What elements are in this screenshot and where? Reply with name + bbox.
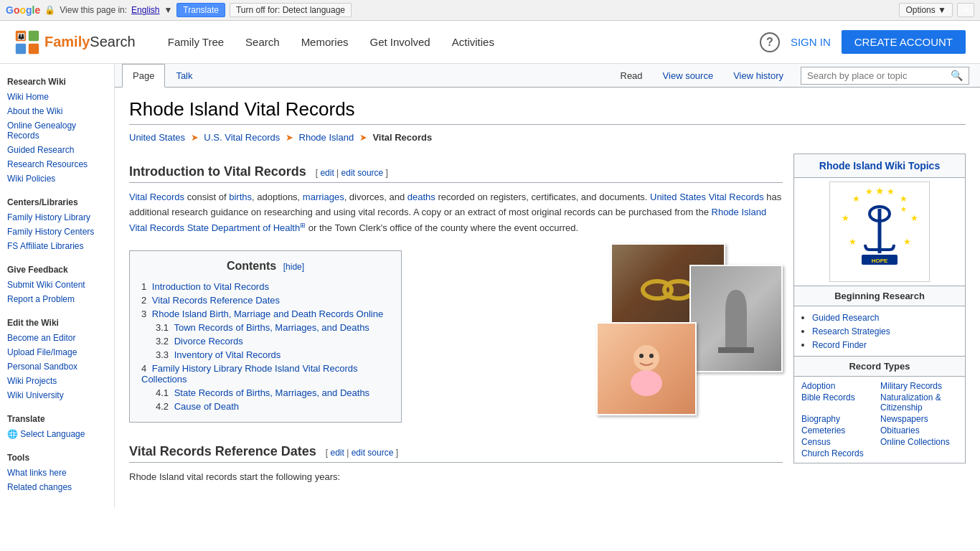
ref-dates-edit-source-link[interactable]: edit source — [352, 448, 394, 458]
contents-link-1[interactable]: Introduction to Vital Records — [152, 281, 269, 292]
create-account-button[interactable]: CREATE ACCOUNT — [842, 30, 966, 54]
record-finder-link[interactable]: Record Finder — [812, 340, 867, 350]
intro-edit-link[interactable]: edit — [320, 168, 334, 178]
tab-talk[interactable]: Talk — [165, 64, 203, 88]
contents-hide[interactable]: [hide] — [283, 262, 304, 272]
search-input[interactable] — [804, 69, 948, 83]
lock-icon: 🔒 — [44, 5, 55, 15]
svg-text:★: ★ — [900, 194, 908, 204]
contents-link-3-3[interactable]: Inventory of Vital Records — [174, 349, 281, 360]
sidebar-item-about-wiki[interactable]: About the Wiki — [0, 104, 114, 118]
naturalization-link[interactable]: Naturalization & Citizenship — [880, 392, 958, 413]
nav-memories[interactable]: Memories — [291, 21, 359, 64]
breadcrumb-us[interactable]: United States — [129, 132, 185, 143]
breadcrumb-arrow-1: ➤ — [191, 132, 199, 143]
search-button[interactable]: 🔍 — [948, 70, 966, 81]
sidebar-item-family-history-library[interactable]: Family History Library — [0, 210, 114, 225]
sidebar-item-become-editor[interactable]: Become an Editor — [0, 331, 114, 345]
sidebar-item-related-changes[interactable]: Related changes — [0, 480, 114, 494]
sidebar-title-research-wiki: Research Wiki — [0, 71, 114, 90]
sidebar-item-research-resources[interactable]: Research Resources — [0, 157, 114, 171]
newspapers-link[interactable]: Newspapers — [880, 414, 958, 424]
sidebar-item-upload-file[interactable]: Upload File/Image — [0, 345, 114, 359]
vital-records-link[interactable]: Vital Records — [129, 192, 184, 202]
tab-action-read[interactable]: Read — [611, 65, 653, 87]
tab-action-view-history[interactable]: View history — [723, 65, 793, 87]
breadcrumb-us-vital[interactable]: U.S. Vital Records — [204, 132, 280, 143]
options-button[interactable]: Options ▼ — [899, 3, 953, 17]
biography-link[interactable]: Biography — [801, 414, 879, 424]
google-logo: Google — [6, 4, 40, 16]
sidebar-item-submit-wiki[interactable]: Submit Wiki Content — [0, 278, 114, 292]
svg-point-6 — [664, 281, 693, 298]
research-strategies-link[interactable]: Research Strategies — [812, 326, 890, 336]
beginning-research-list: Guided Research Research Strategies Reco… — [794, 306, 965, 356]
military-records-link[interactable]: Military Records — [880, 381, 958, 391]
church-records-link[interactable]: Church Records — [801, 448, 879, 458]
bible-records-link[interactable]: Bible Records — [801, 392, 879, 413]
list-item: Research Strategies — [812, 324, 958, 338]
obituaries-link[interactable]: Obituaries — [880, 425, 958, 435]
nav-activities[interactable]: Activities — [441, 21, 505, 64]
nav-search[interactable]: Search — [235, 21, 291, 64]
main-text: Introduction to Vital Records [ edit | e… — [129, 154, 783, 485]
tab-bar: Page Talk Read View source View history … — [115, 64, 980, 88]
census-link[interactable]: Census — [801, 437, 879, 447]
ri-dept-health-link[interactable]: Rhode Island Vital Records State Departm… — [129, 207, 766, 233]
tab-page[interactable]: Page — [122, 64, 165, 88]
contents-link-3-2[interactable]: Divorce Records — [174, 336, 243, 347]
turn-off-button[interactable]: Turn off for: Detect language — [230, 3, 352, 17]
sidebar-item-wiki-home[interactable]: Wiki Home — [0, 90, 114, 104]
births-link[interactable]: births — [229, 192, 252, 202]
sidebar-item-personal-sandbox[interactable]: Personal Sandbox — [0, 359, 114, 374]
logo[interactable]: 👨‍👩‍👦 FamilySearch — [14, 29, 136, 55]
wiki-sidebar: Rhode Island Wiki Topics ★ ★ ★ ★ ★ — [793, 154, 966, 485]
sidebar-item-wiki-projects[interactable]: Wiki Projects — [0, 374, 114, 388]
nav-get-involved[interactable]: Get Involved — [359, 21, 440, 64]
sidebar-item-wiki-policies[interactable]: Wiki Policies — [0, 171, 114, 186]
breadcrumb: United States ➤ U.S. Vital Records ➤ Rho… — [129, 132, 966, 143]
close-translate-button[interactable]: ✕ — [957, 3, 974, 17]
nav-family-tree[interactable]: Family Tree — [157, 21, 235, 64]
tab-action-view-source[interactable]: View source — [653, 65, 724, 87]
sidebar-item-guided-research[interactable]: Guided Research — [0, 143, 114, 157]
ref-dates-edit-link[interactable]: edit — [330, 448, 344, 458]
list-item: 3.2 Divorce Records — [156, 334, 390, 348]
sidebar-item-wiki-university[interactable]: Wiki University — [0, 388, 114, 402]
deaths-link[interactable]: deaths — [407, 192, 435, 202]
sign-in-button[interactable]: SIGN IN — [791, 36, 831, 48]
cemeteries-link[interactable]: Cemeteries — [801, 425, 879, 435]
guided-research-link[interactable]: Guided Research — [812, 313, 879, 323]
contents-link-4[interactable]: Family History Library Rhode Island Vita… — [141, 363, 357, 385]
intro-edit-source-link[interactable]: edit source — [341, 168, 384, 178]
sidebar-item-report-problem[interactable]: Report a Problem — [0, 292, 114, 306]
svg-text:★: ★ — [865, 187, 873, 197]
svg-text:HOPE: HOPE — [872, 258, 888, 264]
svg-text:★: ★ — [875, 185, 885, 197]
contents-link-3[interactable]: Rhode Island Birth, Marriage and Death R… — [152, 309, 383, 319]
language-link[interactable]: English — [131, 5, 159, 15]
record-types-grid: Adoption Military Records Bible Records … — [794, 377, 965, 463]
contents-link-2[interactable]: Vital Records Reference Dates — [152, 295, 280, 306]
us-vital-records-link[interactable]: United States Vital Records — [650, 192, 764, 202]
online-collections-link[interactable]: Online Collections — [880, 437, 958, 447]
sidebar-item-family-history-centers[interactable]: Family History Centers — [0, 225, 114, 239]
marriages-link[interactable]: marriages — [303, 192, 344, 202]
sidebar-section-feedback: Give Feedback Submit Wiki Content Report… — [0, 259, 114, 306]
translate-button[interactable]: Translate — [176, 3, 225, 17]
intro-body-text: Vital Records consist of births, adoptio… — [129, 190, 783, 236]
contents-link-4-1[interactable]: State Records of Births, Marriages, and … — [174, 387, 369, 398]
sidebar-item-fs-affiliate-libraries[interactable]: FS Affiliate Libraries — [0, 239, 114, 253]
contents-link-3-1[interactable]: Town Records of Births, Marriages, and D… — [174, 322, 369, 333]
help-button[interactable]: ? — [760, 32, 780, 52]
svg-rect-2 — [16, 43, 26, 53]
language-dropdown-icon[interactable]: ▼ — [164, 5, 172, 15]
list-item: 4 Family History Library Rhode Island Vi… — [141, 362, 390, 386]
breadcrumb-ri[interactable]: Rhode Island — [299, 132, 354, 143]
translate-bar-text: View this page in: — [60, 5, 127, 15]
adoption-link[interactable]: Adoption — [801, 381, 879, 391]
sidebar-item-online-genealogy[interactable]: Online Genealogy Records — [0, 118, 114, 143]
sidebar-item-what-links-here[interactable]: What links here — [0, 466, 114, 480]
sidebar-item-select-language[interactable]: 🌐 Select Language — [0, 427, 114, 441]
contents-link-4-2[interactable]: Cause of Death — [174, 401, 239, 412]
